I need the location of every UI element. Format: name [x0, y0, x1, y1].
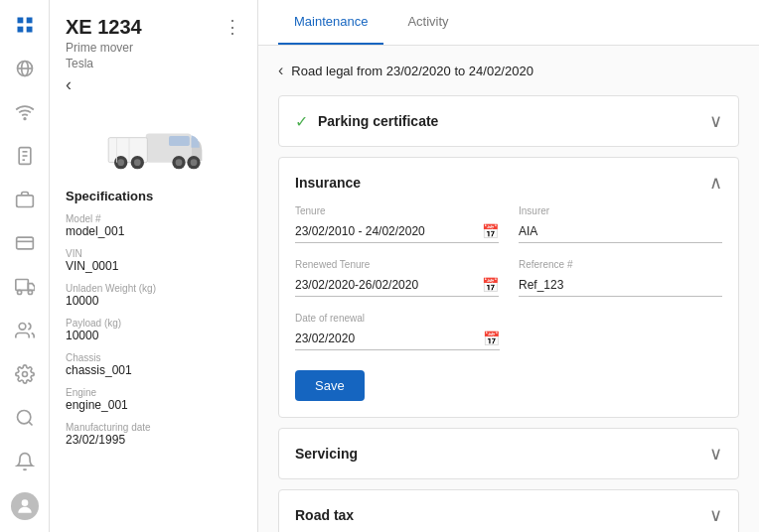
- save-button[interactable]: Save: [295, 370, 365, 401]
- more-options-icon[interactable]: ⋮: [224, 16, 241, 38]
- svg-rect-13: [16, 237, 33, 249]
- card-icon[interactable]: [11, 230, 39, 256]
- svg-point-7: [24, 118, 26, 120]
- parking-certificate-title: Parking certificate: [318, 113, 438, 129]
- date-renewal-group: Date of renewal 📅: [295, 313, 500, 350]
- vehicle-type: Prime mover: [66, 41, 142, 55]
- vehicle-brand: Tesla: [66, 57, 142, 70]
- svg-line-21: [28, 422, 32, 426]
- road-tax-title: Road tax: [295, 507, 354, 523]
- svg-rect-1: [26, 18, 32, 24]
- spec-item: VINVIN_0001: [66, 248, 241, 273]
- svg-point-18: [19, 324, 26, 331]
- svg-rect-3: [26, 27, 32, 33]
- tenure-insurer-row: Tenure 📅 Insurer: [295, 205, 722, 243]
- tenure-label: Tenure: [295, 205, 499, 216]
- date-renewal-input[interactable]: [295, 328, 500, 350]
- search-icon[interactable]: [11, 405, 39, 431]
- spec-item: Manufacturing date23/02/1995: [66, 422, 241, 447]
- breadcrumb: ‹ Road legal from 23/02/2020 to 24/02/20…: [278, 62, 739, 79]
- servicing-chevron-icon[interactable]: ∨: [709, 443, 722, 465]
- spec-item: Model #model_001: [66, 213, 241, 238]
- svg-point-22: [21, 499, 28, 506]
- dashboard-icon[interactable]: [11, 12, 39, 38]
- wifi-icon[interactable]: [11, 99, 39, 125]
- tenure-group: Tenure 📅: [295, 205, 499, 243]
- content-area: ‹ Road legal from 23/02/2020 to 24/02/20…: [258, 46, 759, 532]
- reference-label: Reference #: [519, 259, 722, 270]
- insurer-input[interactable]: [519, 220, 722, 243]
- icon-navigation: [0, 0, 50, 532]
- insurance-chevron-icon[interactable]: ∧: [709, 172, 722, 194]
- insurer-label: Insurer: [519, 205, 722, 216]
- svg-point-29: [134, 159, 141, 166]
- svg-point-31: [175, 159, 182, 166]
- specs-list: Model #model_001VINVIN_0001Unladen Weigh…: [66, 213, 241, 447]
- settings-icon[interactable]: [11, 361, 39, 387]
- renewed-tenure-input[interactable]: [295, 274, 499, 297]
- road-tax-chevron-icon[interactable]: ∨: [709, 504, 722, 526]
- svg-rect-24: [169, 136, 190, 146]
- svg-point-33: [190, 159, 197, 166]
- insurance-section: Insurance ∧ Tenure 📅 Insurer: [278, 157, 739, 418]
- back-arrow-icon[interactable]: ‹: [66, 74, 72, 95]
- tab-bar: Maintenance Activity: [258, 0, 759, 46]
- svg-rect-2: [17, 27, 23, 33]
- tenure-input[interactable]: [295, 220, 499, 243]
- svg-point-19: [22, 372, 27, 377]
- renewed-tenure-reference-row: Renewed Tenure 📅 Reference #: [295, 259, 722, 297]
- svg-point-20: [17, 411, 30, 424]
- insurance-body: Tenure 📅 Insurer Renewed Tenure 📅: [279, 194, 738, 417]
- tab-activity[interactable]: Activity: [391, 0, 464, 45]
- reference-input[interactable]: [519, 274, 722, 297]
- parking-certificate-chevron-icon[interactable]: ∨: [709, 110, 722, 132]
- insurer-group: Insurer: [519, 205, 722, 243]
- svg-rect-0: [17, 18, 23, 24]
- svg-point-27: [117, 159, 124, 166]
- svg-point-16: [17, 290, 21, 294]
- spec-item: Chassischassis_001: [66, 352, 241, 377]
- vehicle-id: XE 1234: [66, 16, 142, 39]
- calendar-icon: 📅: [482, 223, 499, 239]
- users-icon[interactable]: [11, 318, 39, 343]
- road-tax-header[interactable]: Road tax ∨: [279, 490, 738, 532]
- clipboard-icon[interactable]: [11, 143, 39, 169]
- date-renewal-label: Date of renewal: [295, 313, 500, 324]
- main-content: Maintenance Activity ‹ Road legal from 2…: [258, 0, 759, 532]
- spec-item: Engineengine_001: [66, 387, 241, 412]
- avatar[interactable]: [11, 492, 39, 520]
- vehicle-image: [66, 111, 241, 181]
- check-icon: ✓: [295, 112, 308, 131]
- renewed-tenure-label: Renewed Tenure: [295, 259, 499, 270]
- parking-certificate-section: ✓ Parking certificate ∨: [278, 95, 739, 147]
- svg-rect-12: [16, 196, 33, 207]
- road-tax-section: Road tax ∨: [278, 489, 739, 532]
- insurance-title: Insurance: [295, 175, 361, 191]
- vehicle-sidebar: XE 1234 Prime mover Tesla ⋮ ‹: [50, 0, 258, 532]
- servicing-title: Servicing: [295, 446, 358, 462]
- spec-item: Unladen Weight (kg)10000: [66, 283, 241, 308]
- parking-certificate-header[interactable]: ✓ Parking certificate ∨: [279, 96, 738, 146]
- reference-group: Reference #: [519, 259, 722, 297]
- bell-icon[interactable]: [11, 449, 39, 474]
- truck-icon[interactable]: [11, 274, 39, 300]
- breadcrumb-back-icon[interactable]: ‹: [278, 62, 283, 79]
- renewed-tenure-group: Renewed Tenure 📅: [295, 259, 499, 297]
- servicing-section: Servicing ∨: [278, 428, 739, 479]
- date-renewal-row: Date of renewal 📅: [295, 313, 722, 350]
- servicing-header[interactable]: Servicing ∨: [279, 429, 738, 478]
- spec-item: Payload (kg)10000: [66, 318, 241, 342]
- briefcase-icon[interactable]: [11, 187, 39, 212]
- globe-icon[interactable]: [11, 56, 39, 81]
- svg-point-17: [28, 290, 32, 294]
- specs-title: Specifications: [66, 189, 241, 203]
- calendar2-icon: 📅: [482, 277, 499, 293]
- breadcrumb-text: Road legal from 23/02/2020 to 24/02/2020: [291, 64, 533, 78]
- tab-maintenance[interactable]: Maintenance: [278, 0, 383, 45]
- calendar3-icon: 📅: [483, 331, 500, 346]
- svg-rect-15: [15, 280, 27, 291]
- insurance-header[interactable]: Insurance ∧: [279, 158, 738, 194]
